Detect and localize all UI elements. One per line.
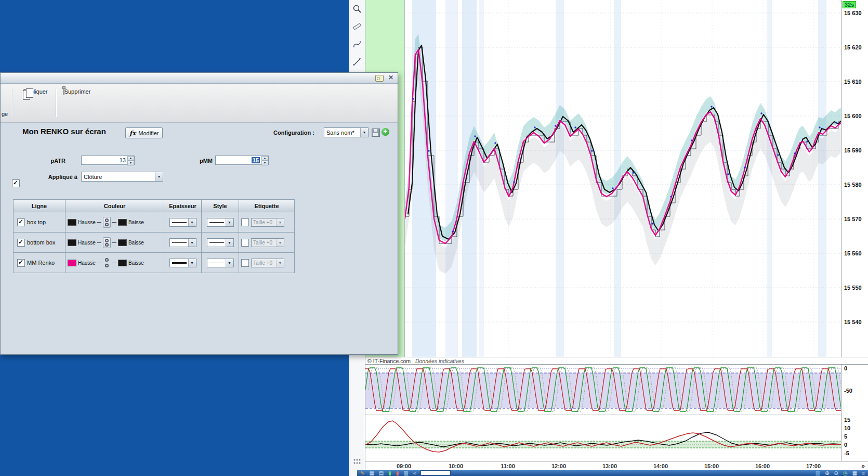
- curve-tool-icon[interactable]: [352, 40, 362, 51]
- copyright-text: © IT-Finance.com: [367, 358, 411, 364]
- line-style-select[interactable]: [207, 238, 234, 247]
- main-price-chart[interactable]: [404, 0, 841, 357]
- copyright-row: © IT-Finance.com Données indicatives: [365, 357, 868, 364]
- label-size-select: Taille +0: [251, 259, 284, 267]
- price-axis-label: 15 540: [844, 319, 862, 325]
- table-icon[interactable]: ▥: [403, 470, 408, 476]
- price-axis[interactable]: 32s 15 63015 62015 61015 60015 59015 580…: [841, 0, 868, 357]
- time-axis-label: 11:00: [496, 463, 519, 469]
- close-icon[interactable]: [388, 74, 393, 81]
- chevron-down-icon: [188, 218, 196, 226]
- line-tool-icon[interactable]: [352, 57, 362, 69]
- pencil-icon[interactable]: ✎: [360, 470, 364, 476]
- price-axis-label: 15 610: [844, 79, 862, 85]
- tag-icon[interactable]: [375, 75, 384, 82]
- chevrons-left-icon[interactable]: «: [413, 470, 416, 476]
- chevron-down-icon: [360, 128, 368, 137]
- oscillator-panel[interactable]: [365, 364, 841, 415]
- baisse-color-swatch[interactable]: [118, 219, 127, 226]
- table-row: box top Hausse Baisse Taille +0: [14, 212, 294, 232]
- chevron-down-icon: [226, 218, 233, 226]
- price-axis-label: 15 590: [844, 147, 862, 153]
- fx-icon: ƒx: [129, 130, 136, 137]
- chart-window-icon[interactable]: ▦: [369, 470, 374, 476]
- label-size-select: Taille +0: [251, 238, 284, 247]
- panel1-svg: [365, 365, 841, 415]
- menu-icon[interactable]: ≡: [862, 470, 865, 476]
- bar-chart-icon[interactable]: ▥: [816, 470, 820, 476]
- clock-icon[interactable]: ◷: [843, 470, 848, 476]
- ruler-tool-icon[interactable]: [352, 22, 362, 33]
- list-icon[interactable]: ▤: [379, 470, 384, 476]
- link-colors-icon[interactable]: [103, 258, 111, 268]
- link-colors-icon[interactable]: [103, 217, 111, 228]
- divider: [97, 222, 101, 223]
- line-visible-checkbox[interactable]: [17, 259, 25, 267]
- more-tools-icon[interactable]: [353, 458, 361, 467]
- thickness-select[interactable]: [169, 218, 196, 227]
- dialog-titlebar[interactable]: [1, 73, 398, 84]
- calendar-icon[interactable]: ▦: [852, 470, 857, 476]
- indicator-title: Mon RENKO sur écran: [22, 127, 106, 136]
- line-visible-checkbox[interactable]: [17, 218, 25, 226]
- save-configuration-icon[interactable]: [372, 128, 380, 137]
- patr-label: pATR: [32, 158, 65, 164]
- label-checkbox[interactable]: [241, 259, 249, 267]
- scroll-right-button[interactable]: »: [861, 462, 865, 470]
- baisse-color-swatch[interactable]: [118, 260, 127, 266]
- link-colors-icon[interactable]: [103, 237, 111, 248]
- indicator-axis-label: 0: [844, 442, 847, 448]
- panel2-svg: [365, 415, 841, 461]
- time-axis[interactable]: » 09:0010:0011:0012:0013:0014:0015:0016:…: [365, 461, 868, 470]
- dialog-toolbar: ge Dupliquer Supprimer: [1, 84, 398, 123]
- baisse-color-swatch[interactable]: [118, 239, 127, 246]
- time-axis-label: 09:00: [392, 463, 415, 469]
- indicator-axis-label: 0: [844, 365, 847, 371]
- configuration-select[interactable]: Sans nom*: [324, 127, 369, 137]
- patr-spinner[interactable]: [127, 156, 134, 164]
- application-window: 32s 15 63015 62015 61015 60015 59015 580…: [0, 0, 868, 476]
- pmm-input[interactable]: 15: [215, 156, 269, 165]
- patr-input[interactable]: 13: [81, 156, 135, 165]
- modify-code-button[interactable]: ƒx Modifier: [125, 127, 163, 138]
- hausse-color-swatch[interactable]: [68, 239, 76, 246]
- candles-up-icon[interactable]: ▮: [388, 470, 391, 476]
- taskbar-input[interactable]: [420, 470, 451, 475]
- candles-down-icon[interactable]: ▮: [396, 470, 399, 476]
- lines-table: Ligne Couleur Epaisseur Style Etiquette …: [13, 199, 295, 273]
- thickness-select[interactable]: [169, 238, 196, 247]
- time-axis-label: 17:00: [802, 463, 825, 469]
- hausse-color-swatch[interactable]: [68, 219, 76, 226]
- time-axis-label: 13:00: [598, 463, 621, 469]
- line-style-select[interactable]: [207, 259, 234, 267]
- time-axis-label: 12:00: [547, 463, 570, 469]
- chevron-down-icon: [226, 239, 233, 247]
- bottom-taskbar: ✎▦▤▮▮▥«▥⊕⊖◷▦≡: [357, 470, 868, 476]
- thickness-select[interactable]: [169, 259, 196, 267]
- divider: [112, 222, 116, 223]
- indicator-enabled-checkbox[interactable]: [12, 179, 20, 187]
- duplicate-button[interactable]: Dupliquer: [17, 88, 54, 95]
- indicative-data-text: Données indicatives: [415, 358, 464, 364]
- zoom-tool-icon[interactable]: [352, 4, 362, 16]
- add-configuration-icon[interactable]: [382, 128, 389, 136]
- label-size-select: Taille +0: [251, 218, 284, 227]
- zoom-out-icon[interactable]: ⊖: [834, 470, 838, 476]
- delete-button[interactable]: Supprimer: [59, 88, 95, 95]
- toolbar-divider: [12, 89, 13, 117]
- price-axis-label: 15 560: [844, 250, 862, 256]
- pmm-spinner[interactable]: [261, 156, 268, 164]
- price-axis-label: 15 600: [844, 113, 862, 119]
- price-axis-label: 15 570: [844, 216, 862, 222]
- partial-toolbar-label: ge: [2, 111, 8, 117]
- line-style-select[interactable]: [207, 218, 234, 227]
- line-visible-checkbox[interactable]: [17, 239, 25, 247]
- toolbar-divider: [56, 89, 57, 117]
- trash-icon: [63, 88, 64, 95]
- hausse-color-swatch[interactable]: [68, 260, 76, 266]
- label-checkbox[interactable]: [241, 239, 249, 247]
- applied-to-select[interactable]: Clôture: [81, 172, 163, 182]
- label-checkbox[interactable]: [241, 218, 249, 226]
- momentum-panel[interactable]: [365, 415, 841, 461]
- zoom-in-icon[interactable]: ⊕: [825, 470, 829, 476]
